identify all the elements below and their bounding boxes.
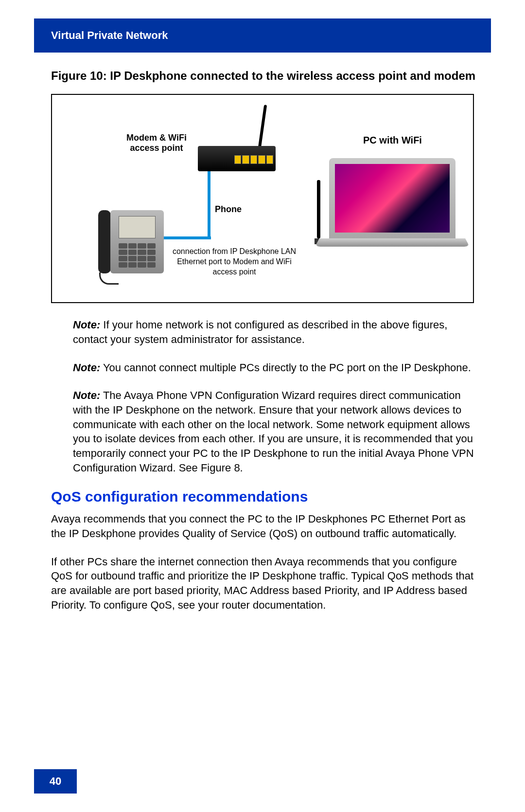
ethernet-cable-icon [208, 171, 210, 239]
section-heading-qos: QoS configuration recommendations [51, 488, 479, 505]
network-diagram: Modem & WiFi access point Phone connecti… [51, 94, 474, 303]
note-text: The Avaya Phone VPN Configuration Wizard… [73, 389, 474, 473]
page-number: 40 [50, 775, 61, 788]
page-content: Figure 10: IP Deskphone connected to the… [51, 68, 479, 626]
page-header-bar: Virtual Private Network [34, 18, 491, 53]
note-text: If your home network is not configured a… [73, 319, 447, 345]
page-header-title: Virtual Private Network [51, 29, 168, 42]
modem-label: Modem & WiFi access point [120, 133, 193, 153]
note-label: Note: [73, 319, 100, 331]
body-paragraph: Avaya recommends that you connect the PC… [51, 512, 479, 541]
note-label: Note: [73, 389, 100, 401]
body-paragraph: If other PCs share the internet connecti… [51, 555, 479, 613]
connection-label: connection from IP Deskphone LAN Etherne… [171, 247, 298, 277]
phone-label: Phone [215, 204, 242, 215]
deskphone-icon [98, 210, 164, 278]
laptop-icon [329, 158, 465, 252]
ethernet-cable-icon [162, 236, 211, 239]
page-footer-bar: 40 [34, 769, 77, 794]
pc-label: PC with WiFi [363, 135, 422, 146]
modem-antenna-icon [258, 105, 267, 148]
note-paragraph: Note: If your home network is not config… [73, 318, 479, 346]
modem-ports-icon [234, 155, 273, 164]
note-paragraph: Note: The Avaya Phone VPN Configuration … [73, 388, 479, 475]
note-label: Note: [73, 361, 100, 374]
wifi-antenna-icon [317, 180, 320, 238]
note-text: You cannot connect multiple PCs directly… [100, 361, 471, 374]
figure-caption: Figure 10: IP Deskphone connected to the… [51, 68, 479, 83]
note-paragraph: Note: You cannot connect multiple PCs di… [73, 361, 479, 375]
